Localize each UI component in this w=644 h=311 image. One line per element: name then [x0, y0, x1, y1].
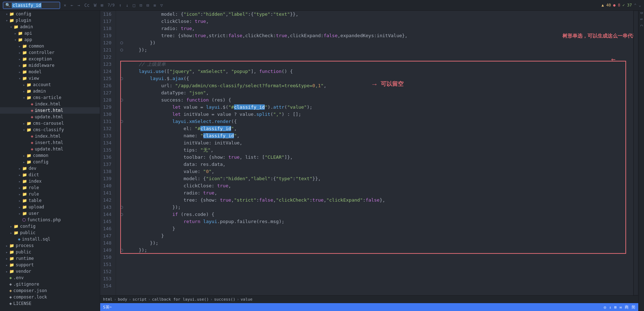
breadcrumb-value[interactable]: value: [240, 297, 252, 302]
sidebar-item-support-folder[interactable]: ▸📁support: [0, 262, 100, 268]
sidebar-item-api-folder[interactable]: ▸📁api: [0, 30, 100, 36]
sidebar-item-common-folder[interactable]: ▸📁common: [0, 43, 100, 49]
status-icon-circle[interactable]: ◎: [604, 305, 606, 310]
breadcrumb-layui-use[interactable]: callback for layui.use(): [152, 297, 209, 302]
sidebar-item-cms-classify-update[interactable]: ◈update.html: [0, 146, 100, 152]
case-sensitive-icon[interactable]: Cc: [83, 2, 91, 9]
sidebar-item-install-sql[interactable]: ◈install.sql: [0, 236, 100, 242]
code-text-144: if (res.code) {: [127, 211, 626, 218]
sidebar-item-rule-folder[interactable]: ▸📁rule: [0, 191, 100, 197]
tree-label-api-folder: api: [24, 31, 32, 36]
sidebar-item-vendor-folder[interactable]: ▸📁vendor: [0, 268, 100, 275]
sidebar-item-cms-article-folder[interactable]: ▾📁cms-article: [0, 94, 100, 101]
tree-arrow-admin-folder: ▾: [9, 25, 14, 29]
folder-icon-cms-classify-folder: 📁: [26, 128, 31, 132]
html-icon-index-html: ◈: [31, 102, 33, 107]
sidebar-item-public-folder[interactable]: ▸📁public: [0, 229, 100, 236]
sidebar-item-middleware-folder[interactable]: ▸📁middleware: [0, 62, 100, 69]
sidebar-item-admin-folder[interactable]: ▾📁admin: [0, 24, 100, 30]
tree-label-functions-php: functions.php: [27, 217, 61, 222]
sidebar-item-gitignore-file[interactable]: ◈.gitignore: [0, 281, 100, 287]
search-match: classify_id: [200, 126, 231, 131]
replace-icon[interactable]: ←: [69, 2, 74, 9]
status-icon-simple[interactable]: 简: [631, 305, 635, 310]
sidebar-item-composer-json[interactable]: ◈composer.json: [0, 287, 100, 294]
regex-icon[interactable]: ⊞: [99, 2, 104, 9]
status-icon-shop[interactable]: 商: [625, 305, 629, 310]
breakpoint-143[interactable]: [120, 204, 127, 211]
breadcrumb-html[interactable]: html: [103, 297, 113, 302]
sidebar-item-app-folder[interactable]: ▾📁app: [0, 36, 100, 43]
sidebar-item-public2-folder[interactable]: ▸📁public: [0, 249, 100, 255]
sidebar-item-dev-folder[interactable]: ▸📁dev: [0, 165, 100, 172]
code-text-119: tree: {show:true,strict:false,clickCheck…: [127, 32, 626, 39]
sidebar-item-table-folder[interactable]: ▸📁table: [0, 197, 100, 204]
breadcrumb-script[interactable]: script: [132, 297, 147, 302]
breakpoint-128[interactable]: [120, 97, 127, 104]
tree-label-role-folder: role: [29, 185, 39, 190]
expand-arrows[interactable]: ⌃ ⌄: [634, 3, 641, 8]
sidebar-item-insert-html[interactable]: ◈insert.html: [0, 107, 100, 114]
sidebar-item-cms-classify-index[interactable]: ◈index.html: [0, 133, 100, 139]
sidebar-item-update-html[interactable]: ◈update.html: [0, 114, 100, 120]
sidebar-item-license-file[interactable]: ◈LICENSE: [0, 300, 100, 307]
settings-icon[interactable]: ≡: [152, 2, 157, 9]
sidebar-item-config2-folder[interactable]: ▸📁config: [0, 159, 100, 165]
status-icon-grid[interactable]: ⊞: [614, 305, 617, 310]
funnel-icon[interactable]: ▽: [159, 2, 164, 9]
sidebar-item-controller-folder[interactable]: ▸📁controller: [0, 49, 100, 56]
sidebar-item-dict-folder[interactable]: ▸📁dict: [0, 172, 100, 178]
code-line-126: url: "/app/admin/cms-classify/select?for…: [120, 82, 633, 89]
sidebar-item-cms-classify-folder[interactable]: ▾📁cms-classify: [0, 127, 100, 133]
search-box[interactable]: 🔍 classify_id: [3, 2, 60, 9]
sidebar-item-account-folder[interactable]: ▸📁account: [0, 82, 100, 88]
breakpoint-131[interactable]: [120, 118, 127, 125]
sidebar-item-cms-classify-insert[interactable]: ◈insert.html: [0, 139, 100, 146]
sidebar-item-exception-folder[interactable]: ▸📁exception: [0, 56, 100, 62]
sidebar-item-functions-php[interactable]: ⬡functions.php: [0, 217, 100, 223]
code-line-142: tree: {show: true,"strict":false,"clickC…: [120, 197, 633, 204]
status-icon-mail[interactable]: ✉: [619, 305, 622, 310]
minimap-scroll-indicator[interactable]: [634, 11, 638, 295]
breadcrumb-body[interactable]: body: [118, 297, 127, 302]
code-container[interactable]: 1161171181191201211221231241251261271281…: [100, 11, 638, 295]
tree-label-cms-carousel-folder: cms-carousel: [33, 121, 64, 126]
sidebar-item-index-html[interactable]: ◈index.html: [0, 101, 100, 107]
sidebar-item-cms-carousel-folder[interactable]: ▸📁cms-carousel: [0, 120, 100, 127]
status-icon-download[interactable]: ↓: [609, 305, 611, 310]
sidebar-item-user-folder[interactable]: ▸📁user: [0, 210, 100, 217]
tree-label-account-folder: account: [33, 82, 51, 87]
sidebar-item-plugin-folder[interactable]: ▾📁plugin: [0, 17, 100, 24]
breakpoint-125[interactable]: [120, 75, 127, 82]
code-editor[interactable]: model: {"icon":"hidden","label":{"type":…: [116, 11, 633, 295]
tree-label-admin-folder: admin: [20, 24, 33, 29]
expand-icon[interactable]: →: [76, 2, 81, 9]
breakpoint-121[interactable]: [120, 46, 127, 54]
close-search-icon[interactable]: ×: [62, 2, 68, 9]
sidebar-item-config3-folder[interactable]: ▸📁config: [0, 223, 100, 229]
filter-icon[interactable]: ⊟: [145, 2, 150, 9]
sidebar-item-process-folder[interactable]: ▸📁process: [0, 242, 100, 249]
breakpoint-149[interactable]: [120, 247, 127, 254]
breakpoint-144[interactable]: [120, 211, 127, 218]
next-match-icon[interactable]: ↓: [125, 2, 130, 9]
sidebar-item-index-folder[interactable]: ▸📁index: [0, 178, 100, 184]
sidebar-item-model-folder[interactable]: ▸📁model: [0, 69, 100, 75]
sidebar-item-common2-folder[interactable]: ▸📁common: [0, 152, 100, 159]
sidebar-item-upload-folder[interactable]: ▸📁upload: [0, 204, 100, 210]
sidebar-item-runtime-folder[interactable]: ▸📁runtime: [0, 255, 100, 262]
breakpoint-120[interactable]: [120, 39, 127, 46]
sidebar-item-env-file[interactable]: ◈.env: [0, 275, 100, 281]
sidebar-item-role-folder[interactable]: ▸📁role: [0, 184, 100, 191]
sidebar-item-composer-lock[interactable]: ◈composer.lock: [0, 294, 100, 300]
sidebar-item-admin2-folder[interactable]: ▸📁admin: [0, 88, 100, 94]
code-line-127: dataType: "json",: [120, 89, 633, 97]
breadcrumb-success[interactable]: success(): [214, 297, 235, 302]
status-left: S英~: [103, 305, 112, 310]
whole-word-icon[interactable]: W: [92, 2, 98, 9]
select-all-icon[interactable]: □: [131, 2, 137, 9]
fold-icon[interactable]: ⊡: [138, 2, 143, 9]
prev-match-icon[interactable]: ↑: [118, 2, 123, 9]
sidebar-item-config-folder[interactable]: ▾📁config: [0, 11, 100, 17]
sidebar-item-view-folder[interactable]: ▾📁view: [0, 75, 100, 82]
